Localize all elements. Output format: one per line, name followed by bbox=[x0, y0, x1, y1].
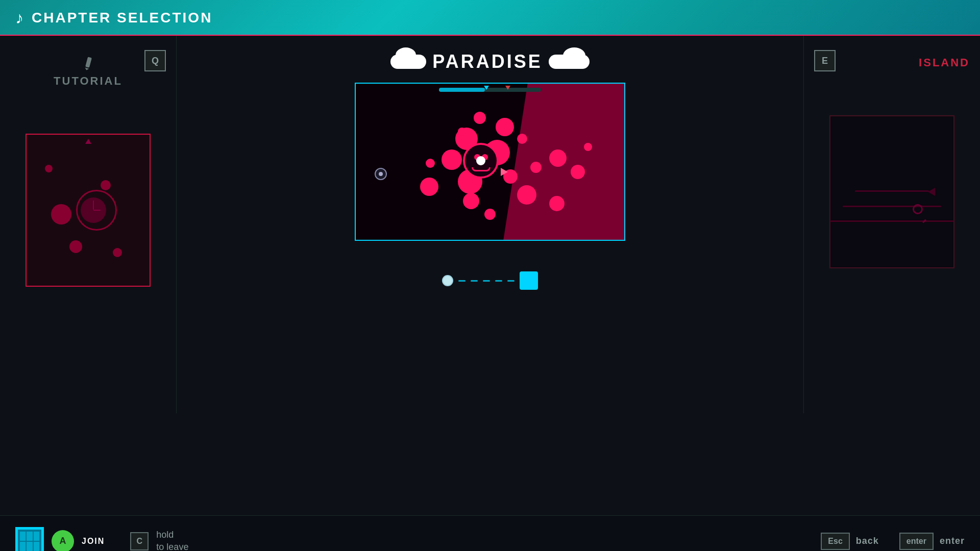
tutorial-label: TUTORIAL bbox=[54, 74, 122, 88]
progress-dash-4 bbox=[495, 280, 502, 282]
chapter-preview-frame[interactable] bbox=[355, 83, 625, 241]
gear-13 bbox=[474, 112, 486, 124]
play-icon bbox=[501, 168, 508, 176]
controller-icon-block bbox=[15, 527, 44, 552]
progress-dash-3 bbox=[483, 280, 490, 282]
main-content: TUTORIAL Q PARADISE bbox=[0, 36, 980, 515]
island-thumbnail[interactable] bbox=[829, 115, 954, 268]
gear-18 bbox=[484, 209, 496, 220]
tutorial-thumbnail[interactable] bbox=[26, 134, 151, 287]
center-chapter-panel: PARADISE bbox=[176, 36, 804, 515]
music-icon: ♪ bbox=[15, 9, 23, 28]
progress-bar bbox=[439, 88, 541, 92]
progress-dash-5 bbox=[507, 280, 514, 282]
gear-12 bbox=[517, 134, 527, 144]
tutorial-icon bbox=[81, 56, 95, 72]
gear-2 bbox=[496, 118, 514, 136]
island-label: ISLAND bbox=[919, 56, 970, 69]
svg-rect-0 bbox=[85, 57, 92, 67]
join-label: JOIN bbox=[82, 537, 105, 546]
tutorial-key-badge: Q bbox=[144, 50, 166, 71]
progress-dot-completed bbox=[520, 271, 538, 290]
esc-key-badge[interactable]: Esc bbox=[821, 533, 849, 550]
c-key-badge: C bbox=[130, 532, 149, 550]
gear-4 bbox=[442, 149, 462, 170]
gear-16 bbox=[517, 185, 536, 205]
page-title: CHAPTER SELECTION bbox=[32, 10, 212, 26]
gear-9 bbox=[530, 162, 542, 173]
paradise-label: PARADISE bbox=[432, 51, 542, 72]
left-chapter-panel[interactable]: TUTORIAL Q bbox=[0, 36, 176, 413]
gear-6 bbox=[420, 178, 438, 196]
progress-dot-1 bbox=[442, 275, 453, 286]
progress-dash-1 bbox=[458, 280, 465, 282]
progress-indicator bbox=[442, 271, 538, 290]
footer-right-controls: Esc back enter enter bbox=[821, 533, 965, 550]
header: ♪ CHAPTER SELECTION bbox=[0, 0, 980, 36]
chapter-name-area: PARADISE bbox=[390, 51, 589, 72]
progress-bar-fill bbox=[439, 88, 485, 92]
enter-key-badge[interactable]: enter bbox=[899, 533, 934, 550]
island-key-badge: E bbox=[814, 50, 836, 71]
footer-left-controls: A JOIN C hold to leave bbox=[15, 527, 188, 552]
gear-10 bbox=[549, 149, 567, 167]
gear-14 bbox=[458, 128, 466, 136]
enter-label: enter bbox=[940, 536, 965, 546]
gear-17 bbox=[549, 196, 565, 211]
progress-dash-2 bbox=[471, 280, 478, 282]
cloud-right-icon bbox=[549, 55, 590, 69]
gear-15 bbox=[426, 159, 435, 168]
a-button[interactable]: A bbox=[52, 530, 74, 552]
center-enemy bbox=[463, 143, 499, 179]
cloud-left-icon bbox=[390, 55, 426, 69]
left-divider bbox=[176, 36, 177, 413]
back-label: back bbox=[856, 536, 879, 546]
gear-11 bbox=[571, 165, 585, 179]
footer: A JOIN C hold to leave Esc back enter en… bbox=[0, 515, 980, 551]
right-chapter-panel[interactable]: E ISLAND bbox=[804, 36, 980, 413]
svg-marker-1 bbox=[84, 68, 89, 70]
preview-inner bbox=[356, 84, 624, 240]
player-character bbox=[375, 168, 387, 180]
gear-7 bbox=[463, 193, 479, 209]
hold-to-leave-text: hold to leave bbox=[156, 529, 188, 551]
